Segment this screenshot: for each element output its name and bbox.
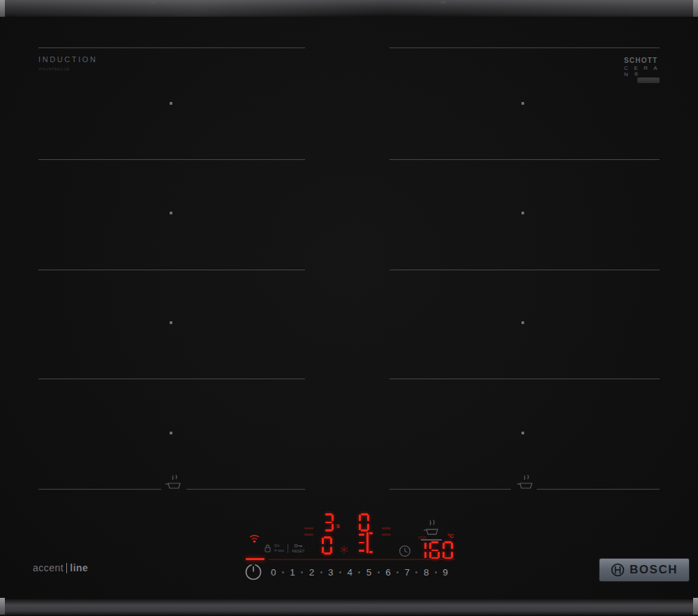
power-level-row: 0123456789 <box>271 564 448 580</box>
zone-marker-dot <box>521 432 524 434</box>
reset-label: RESET <box>292 549 304 553</box>
zone-line <box>389 379 660 379</box>
bezel-corner-bottom-left <box>0 598 5 615</box>
minute-label: min <box>418 535 426 540</box>
zone-line <box>389 47 660 48</box>
ceran-word: C E R A N ® <box>624 65 666 78</box>
accent-word: accent <box>33 562 64 573</box>
zone-line <box>389 159 660 160</box>
power-level-6[interactable]: 6 <box>385 567 391 578</box>
level-dot <box>339 571 341 573</box>
zone-marker-dot <box>170 212 172 214</box>
zone-line <box>38 379 305 379</box>
level-dot <box>282 571 284 573</box>
zone-line <box>38 47 305 48</box>
zone-line <box>389 270 660 270</box>
accent-line-divider <box>66 563 67 573</box>
zone-marker-dot <box>170 102 172 105</box>
timer-clock-icon[interactable] <box>399 545 411 557</box>
zone-pan-icon <box>514 474 537 491</box>
temp-unit-label: °C <box>447 533 454 539</box>
home-connect-wifi-icon[interactable] <box>248 533 260 543</box>
induction-label: INDUCTION <box>38 55 98 64</box>
timer-display[interactable] <box>323 513 336 531</box>
bezel-corner-right <box>693 0 698 18</box>
bezel-reflection <box>151 1 156 3</box>
power-level-5[interactable]: 5 <box>366 567 372 578</box>
legend-divider <box>288 544 288 553</box>
flex-zone-icon[interactable] <box>359 531 373 554</box>
level-dot <box>301 571 303 573</box>
power-level-2[interactable]: 2 <box>309 567 315 578</box>
zone-marker-dot <box>521 321 524 324</box>
pause-star-icon[interactable] <box>340 545 348 554</box>
level-dot <box>396 571 399 573</box>
zone-marker-dot <box>521 212 524 214</box>
power-level-1[interactable]: 1 <box>290 567 295 578</box>
power-level-7[interactable]: 7 <box>405 567 410 578</box>
slider-active-segment[interactable] <box>246 558 265 560</box>
line-word: line <box>70 562 88 573</box>
lock-hint-line2: 4 sec <box>274 548 284 553</box>
child-lock-icon <box>265 544 271 552</box>
top-bezel <box>0 0 698 17</box>
bosch-wordmark: BOSCH <box>630 563 678 577</box>
bezel-corner-bottom-right <box>693 598 698 615</box>
zone-bottom-level-display[interactable] <box>322 536 335 555</box>
schott-ceran-logo: SCHOTT C E R A N ® <box>624 57 666 78</box>
model-text: PXV975DC1E <box>39 67 70 71</box>
zone-top-level-display[interactable] <box>359 513 372 531</box>
power-level-0[interactable]: 0 <box>271 567 276 578</box>
induction-cooktop: INDUCTION PXV975DC1E SCHOTT C E R A N ® … <box>0 0 698 616</box>
zone-line <box>38 270 305 270</box>
slider-track[interactable] <box>268 559 455 560</box>
zone-select-indicator <box>304 527 313 540</box>
power-button[interactable] <box>244 563 262 581</box>
bezel-reflection <box>440 1 446 3</box>
lock-hint: On 4 sec <box>274 543 284 553</box>
power-level-3[interactable]: 3 <box>328 567 334 578</box>
reset-key-icon <box>294 543 303 548</box>
bosch-logo-icon <box>611 563 625 577</box>
accent-line-logo: accent line <box>33 562 88 573</box>
timer-unit: s <box>336 522 340 529</box>
level-dot <box>378 571 380 573</box>
zone-select-indicator <box>382 527 391 540</box>
zone-line <box>38 489 161 490</box>
bosch-badge: BOSCH <box>599 558 690 582</box>
zone-marker-dot <box>170 321 172 324</box>
level-dot <box>320 571 322 573</box>
reset-key[interactable]: RESET <box>292 543 304 553</box>
schott-word: SCHOTT <box>624 57 666 65</box>
level-dot <box>435 571 437 573</box>
temperature-display[interactable] <box>416 541 456 559</box>
power-level-8[interactable]: 8 <box>424 567 429 578</box>
ceran-badge <box>637 78 660 83</box>
level-dot <box>415 571 417 573</box>
power-level-9[interactable]: 9 <box>443 567 448 578</box>
zone-line <box>186 489 305 490</box>
power-level-4[interactable]: 4 <box>347 567 352 578</box>
glass-surface <box>0 17 698 599</box>
level-dot <box>358 571 360 573</box>
zone-line <box>537 489 660 490</box>
lock-hint-line1: On <box>274 543 284 548</box>
zone-line <box>389 489 511 490</box>
zone-line <box>38 159 305 160</box>
lock-reset-keys[interactable]: On 4 sec RESET <box>265 543 305 553</box>
zone-marker-dot <box>170 432 172 434</box>
bezel-corner-left <box>0 0 5 18</box>
bottom-bezel <box>0 599 698 616</box>
zone-pan-icon <box>163 474 185 491</box>
zone-marker-dot <box>521 102 524 105</box>
